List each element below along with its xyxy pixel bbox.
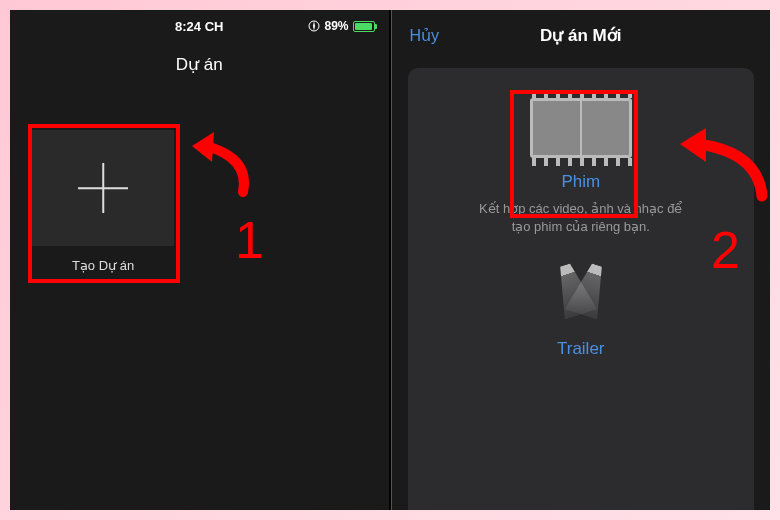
create-project-button[interactable]	[32, 130, 174, 246]
nav-bar: Hủy Dự án Mới	[392, 10, 771, 60]
annotation-arrow-1	[188, 128, 264, 198]
battery-percent: 89%	[324, 19, 348, 33]
nav-title: Dự án Mới	[540, 25, 621, 46]
create-project-label: Tạo Dự án	[32, 258, 174, 273]
panel-new-project: Hủy Dự án Mới Phim Kết hợp các video, ản…	[392, 10, 771, 510]
annotation-step-2: 2	[711, 220, 740, 280]
film-icon	[530, 98, 632, 158]
option-movie[interactable]: Phim Kết hợp các video, ảnh và nhạc để t…	[428, 98, 735, 235]
option-movie-title: Phim	[428, 172, 735, 192]
status-time: 8:24 CH	[175, 19, 223, 34]
status-bar: 8:24 CH 89%	[10, 10, 389, 42]
option-trailer-title: Trailer	[428, 339, 735, 359]
options-sheet: Phim Kết hợp các video, ảnh và nhạc để t…	[408, 68, 755, 510]
option-movie-desc: Kết hợp các video, ảnh và nhạc để tạo ph…	[471, 200, 691, 235]
status-indicators: 89%	[308, 19, 374, 33]
cancel-button[interactable]: Hủy	[410, 26, 440, 45]
plus-icon	[78, 163, 128, 213]
panel-projects: 8:24 CH 89% Dự án Tạo Dự án 1	[10, 10, 391, 510]
option-trailer[interactable]: Trailer	[428, 265, 735, 359]
spotlight-icon	[546, 265, 616, 325]
tutorial-frame: 8:24 CH 89% Dự án Tạo Dự án 1 Hủy Dự án …	[10, 10, 770, 510]
battery-icon	[353, 21, 375, 32]
location-icon	[308, 20, 320, 32]
annotation-step-1: 1	[235, 210, 264, 270]
page-title-projects: Dự án	[10, 42, 389, 87]
